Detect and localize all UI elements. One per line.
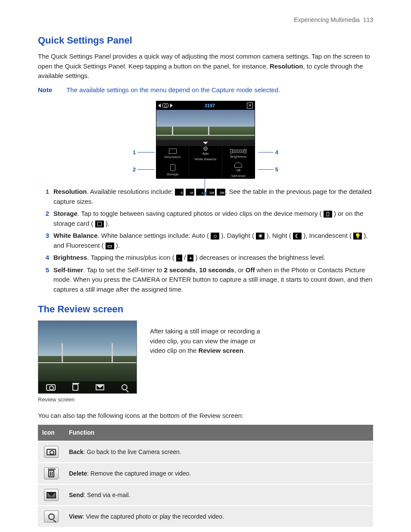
item-selftimer: 5 Self-timer. Tap to set the Self-timer … — [38, 265, 373, 295]
intro-paragraph: The Quick Settings Panel provides a quic… — [38, 52, 373, 81]
table-header-row: Icon Function — [38, 425, 373, 441]
settings-list: 1 Resolution. Available resolutions incl… — [38, 187, 373, 294]
table-row: Delete: Remove the captured image or vid… — [38, 463, 373, 484]
callout-2: 2 — [133, 165, 155, 174]
table-row: View: View the captured photo or play th… — [38, 506, 373, 527]
review-lead: You can also tap the following icons at … — [38, 411, 373, 421]
wb-auto-icon — [211, 233, 219, 240]
storage-icon — [170, 164, 175, 171]
col-function: Function — [65, 425, 373, 441]
col-icon: Icon — [38, 425, 65, 441]
review-figure-row: Review screen After taking a still image… — [38, 320, 373, 408]
close-icon: ✕ — [247, 103, 253, 109]
callout-5: 5 — [258, 165, 278, 174]
wb-daylight-icon: ☀ — [256, 233, 265, 240]
selftimer-icon — [234, 162, 242, 168]
send-icon — [95, 383, 105, 391]
device-memory-icon — [324, 211, 332, 218]
wb-fluorescent-icon: ▭ — [106, 243, 114, 249]
item-storage: 2 Storage. Tap to toggle between saving … — [38, 209, 373, 228]
minus-icon: - — [230, 149, 233, 153]
view-icon — [44, 510, 59, 523]
delete-icon — [70, 383, 81, 391]
res-m-icon: M — [186, 189, 194, 196]
note-label: Note — [38, 85, 59, 95]
res-2m-icon: 2M — [217, 189, 225, 196]
panel-storage: Storage — [156, 162, 189, 179]
delete-icon — [44, 467, 59, 479]
res-1m-icon: 1M — [206, 189, 215, 196]
item-brightness: 4 Brightness. Tapping the minus/plus ico… — [38, 253, 373, 263]
shots-remaining: 3197 — [205, 102, 215, 109]
viewfinder-preview — [156, 110, 255, 140]
wb-night-icon: ☾ — [293, 233, 302, 240]
panel-white-balance: Auto White Balance — [189, 146, 222, 162]
item-white-balance: 3 White Balance. White balance settings … — [38, 231, 373, 250]
view-icon — [119, 383, 130, 391]
header-section: Experiencing Multimedia — [294, 16, 360, 23]
wb-incandescent-icon: 💡 — [353, 233, 362, 240]
prev-mode-icon — [158, 103, 161, 108]
review-caption: Review screen — [38, 395, 137, 404]
page-header: Experiencing Multimedia 113 — [38, 16, 373, 25]
note-text: The available settings on the menu depen… — [66, 85, 280, 95]
review-icons-table: Icon Function Back: Go back to the live … — [38, 425, 373, 527]
panel-resolution: Resolution — [156, 146, 189, 162]
panel-selftimer: Off Self-timer — [222, 162, 255, 179]
quick-settings-figure: 3197 ✕ Resolution Auto White Balance — [38, 101, 373, 178]
storage-card-icon — [95, 221, 104, 227]
note-row: Note The available settings on the menu … — [38, 85, 373, 95]
heading-quick-settings: Quick Settings Panel — [38, 33, 373, 47]
chevron-down-icon — [203, 142, 208, 144]
camera-mode-icon — [162, 103, 168, 108]
plus-icon: + — [244, 149, 246, 153]
send-icon — [44, 489, 59, 501]
callout-4: 4 — [258, 148, 278, 157]
plus-icon: + — [187, 255, 193, 261]
panel-empty — [189, 162, 222, 179]
minus-icon: - — [176, 255, 182, 261]
panel-handle — [156, 140, 255, 146]
back-icon — [44, 446, 59, 458]
back-icon — [46, 383, 56, 391]
panel-brightness: - + Brightness — [222, 146, 255, 162]
review-screenshot — [38, 320, 137, 394]
callout-1: 1 — [133, 148, 155, 157]
quick-settings-screen: 3197 ✕ Resolution Auto White Balance — [156, 101, 255, 178]
table-row: Send: Send via e-mail. — [38, 484, 373, 506]
callout-3: 3 — [203, 178, 206, 198]
res-s-icon: S — [175, 189, 184, 196]
wb-auto-icon — [203, 146, 208, 151]
next-mode-icon — [170, 103, 173, 108]
review-paragraph: After taking a still image or recording … — [150, 327, 262, 356]
header-page: 113 — [363, 16, 373, 23]
resolution-icon — [169, 149, 177, 154]
table-row: Back: Go back to the live Camera screen. — [38, 441, 373, 463]
heading-review-screen: The Review screen — [38, 302, 373, 316]
